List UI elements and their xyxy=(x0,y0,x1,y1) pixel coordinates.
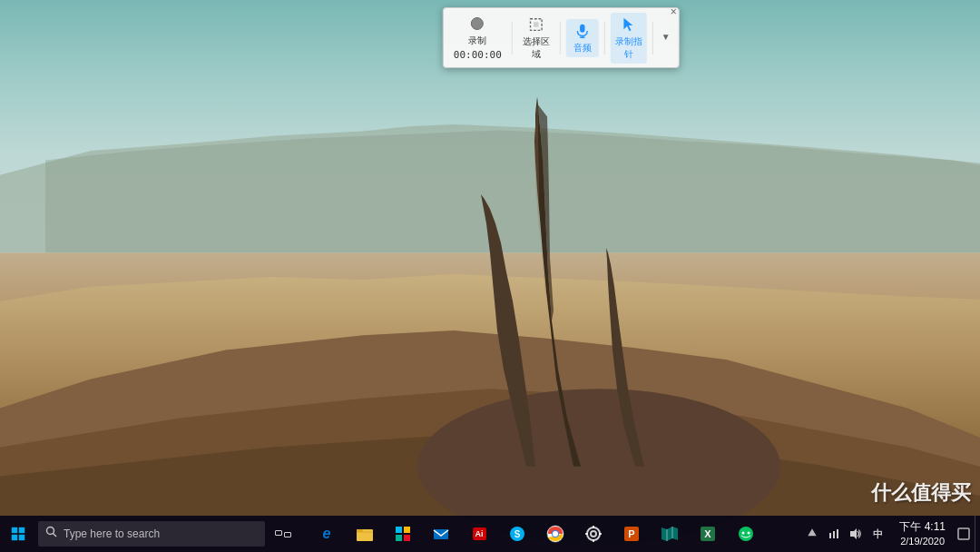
excel-icon[interactable]: X xyxy=(690,516,726,552)
skype-icon[interactable]: S xyxy=(499,516,535,552)
svg-point-38 xyxy=(553,531,558,537)
svg-point-39 xyxy=(591,531,596,537)
divider2 xyxy=(560,22,561,54)
microphone-icon xyxy=(573,22,592,40)
clock[interactable]: 下午 4:11 2/19/2020 xyxy=(892,516,953,552)
maps-icon[interactable] xyxy=(652,516,688,552)
cursor-icon xyxy=(620,15,638,34)
taskbar: Type here to search e xyxy=(0,516,980,552)
wechat-icon[interactable] xyxy=(728,516,764,552)
store-icon[interactable] xyxy=(385,516,421,552)
divider4 xyxy=(652,22,653,54)
svg-point-53 xyxy=(742,532,745,535)
svg-rect-21 xyxy=(12,527,17,533)
record-button[interactable]: 录制 00:00:00 xyxy=(449,12,506,64)
desktop: × 录制 00:00:00 选择区域 xyxy=(0,0,980,552)
show-hidden-icons[interactable] xyxy=(803,525,821,543)
timer: 00:00:00 xyxy=(454,49,502,61)
svg-rect-23 xyxy=(12,535,17,540)
ime-icon[interactable]: 中 xyxy=(868,525,887,543)
svg-rect-29 xyxy=(396,527,402,533)
distant-mountains xyxy=(0,122,980,232)
clock-time: 下午 4:11 xyxy=(899,520,946,535)
tray-icons: 中 xyxy=(798,525,892,543)
notification-button[interactable] xyxy=(953,516,975,552)
svg-line-26 xyxy=(54,534,57,537)
select-area-button[interactable]: 选择区域 xyxy=(518,13,554,64)
adobe-icon[interactable]: Ai xyxy=(461,516,497,552)
expand-icon: ▼ xyxy=(661,28,671,46)
system-tray: 中 下午 4:11 2/19/2020 xyxy=(798,516,980,552)
svg-rect-56 xyxy=(829,533,831,538)
svg-text:X: X xyxy=(704,528,711,539)
clock-date: 2/19/2020 xyxy=(900,535,945,547)
svg-rect-28 xyxy=(357,529,363,532)
recording-toolbar: × 录制 00:00:00 选择区域 xyxy=(443,7,680,68)
svg-rect-22 xyxy=(19,527,24,533)
show-desktop-button[interactable] xyxy=(975,516,980,552)
record-pointer-button[interactable]: 录制指针 xyxy=(611,13,647,64)
svg-rect-32 xyxy=(404,535,410,541)
record-label: 录制 xyxy=(468,34,486,47)
svg-rect-60 xyxy=(958,528,969,539)
search-icon xyxy=(45,526,58,542)
audio-button[interactable]: 音频 xyxy=(566,19,599,57)
svg-point-25 xyxy=(47,527,54,535)
svg-rect-24 xyxy=(19,535,24,540)
select-area-icon xyxy=(527,15,545,34)
svg-text:P: P xyxy=(628,528,634,539)
svg-rect-58 xyxy=(837,529,838,538)
start-button[interactable] xyxy=(0,516,36,552)
svg-marker-59 xyxy=(850,528,857,539)
network-icon[interactable] xyxy=(825,525,843,543)
task-view-icon xyxy=(275,530,291,537)
watermark: 什么值得买 xyxy=(871,479,971,507)
svg-point-52 xyxy=(739,527,753,541)
close-button[interactable]: × xyxy=(671,6,677,17)
record-icon xyxy=(468,15,486,33)
task-view-button[interactable] xyxy=(265,516,301,552)
svg-rect-17 xyxy=(580,24,584,32)
select-area-label: 选择区域 xyxy=(523,35,550,61)
expand-button[interactable]: ▼ xyxy=(659,25,673,51)
audio-label: 音频 xyxy=(573,42,592,54)
taskbar-app-icons: e xyxy=(309,516,764,552)
svg-rect-16 xyxy=(534,22,538,26)
svg-rect-31 xyxy=(396,535,402,541)
svg-rect-57 xyxy=(833,531,835,538)
svg-marker-55 xyxy=(808,528,817,536)
file-explorer-icon[interactable] xyxy=(347,516,383,552)
volume-icon[interactable] xyxy=(847,525,865,543)
search-bar[interactable]: Type here to search xyxy=(38,521,265,547)
svg-rect-30 xyxy=(404,527,410,533)
chrome-icon[interactable] xyxy=(537,516,573,552)
settings-icon[interactable] xyxy=(575,516,612,552)
svg-point-40 xyxy=(587,527,600,540)
svg-marker-12 xyxy=(606,248,644,467)
powerpoint-icon[interactable]: P xyxy=(613,516,650,552)
divider3 xyxy=(604,22,605,54)
svg-rect-33 xyxy=(434,529,448,539)
svg-point-54 xyxy=(748,532,750,535)
mail-icon[interactable] xyxy=(423,516,459,552)
svg-marker-47 xyxy=(662,527,678,541)
edge-icon[interactable]: e xyxy=(309,516,345,552)
divider xyxy=(512,22,513,54)
search-placeholder: Type here to search xyxy=(64,527,160,540)
record-pointer-label: 录制指针 xyxy=(615,35,642,61)
svg-marker-5 xyxy=(0,274,980,552)
svg-marker-20 xyxy=(623,17,632,30)
svg-text:S: S xyxy=(514,529,521,539)
